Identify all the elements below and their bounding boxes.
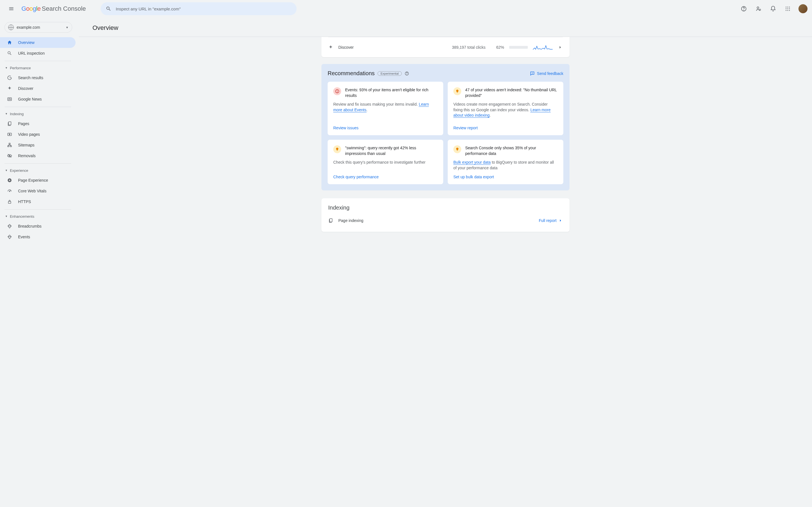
sidebar-item-pages[interactable]: Pages [0,118,75,129]
chevron-down-icon: ▼ [5,66,8,69]
help-icon[interactable] [405,71,409,76]
sidebar-item-label: HTTPS [18,200,31,204]
sidebar-item-video-pages[interactable]: Video pages [0,129,75,140]
sidebar-item-label: Events [18,235,30,239]
apps-button[interactable] [781,3,794,15]
menu-button[interactable] [4,2,18,15]
hamburger-icon [8,6,14,11]
search-input[interactable] [116,6,292,11]
main-content: Overview Discover 389,197 total clicks 6… [79,17,812,507]
chevron-right-icon [558,218,563,223]
svg-point-11 [788,10,788,11]
discover-star-icon [328,45,333,50]
section-label: Enhancements [10,214,35,219]
sparkline-icon [533,44,553,51]
sidebar-item-label: Search results [18,75,43,80]
svg-rect-23 [8,202,11,203]
help-button[interactable] [738,3,750,15]
sidebar-item-core-web-vitals[interactable]: Core Web Vitals [0,186,75,196]
recommendation-card[interactable]: "swimming": query recently got 42% less … [327,140,443,184]
reco-card-title: 47 of your videos aren't indexed: "No th… [465,87,558,98]
sidebar-section-enhancements[interactable]: ▼ Enhancements [0,212,75,221]
recommendations-grid: Events: 93% of your items aren't eligibl… [327,82,563,184]
lightbulb-icon [453,145,461,153]
discover-star-icon [7,86,12,91]
recommendation-card[interactable]: Search Console only shows 35% of your pe… [448,140,563,184]
pages-icon [328,218,333,223]
svg-point-2 [757,7,759,8]
sidebar-item-page-experience[interactable]: Page Experience [0,175,75,186]
notifications-button[interactable] [767,3,779,15]
dropdown-caret-icon: ▼ [66,26,68,29]
sidebar-item-sitemaps[interactable]: Sitemaps [0,140,75,151]
page-indexing-row[interactable]: Page indexing Full report [328,214,563,227]
recommendation-card[interactable]: 47 of your videos aren't indexed: "No th… [448,82,563,135]
sidebar-item-google-news[interactable]: Google News [0,94,75,105]
diamond-icon [7,234,12,239]
reco-action-link[interactable]: Review report [453,126,558,130]
sidebar-section-indexing[interactable]: ▼ Indexing [0,109,75,118]
chevron-down-icon: ▼ [5,169,8,172]
search-console-text: Search Console [42,5,86,12]
chevron-right-icon [558,45,563,50]
sidebar: example.com ▼ Overview URL inspection ▼ … [0,17,79,507]
sidebar-item-events[interactable]: Events [0,231,75,242]
divider [4,163,71,164]
recommendation-card[interactable]: Events: 93% of your items aren't eligibl… [327,82,443,135]
sidebar-item-label: Page Experience [18,178,48,182]
logo[interactable]: Google Search Console [21,5,86,12]
sidebar-section-performance[interactable]: ▼ Performance [0,63,75,72]
globe-icon [8,24,14,30]
svg-rect-14 [10,99,11,100]
home-icon [7,40,12,45]
full-report-link[interactable]: Full report [539,218,563,223]
bell-icon [770,6,776,12]
reco-action-link[interactable]: Set up bulk data export [453,175,558,179]
visibility-off-icon [7,153,12,158]
discover-clicks: 389,197 total clicks [452,45,486,50]
reco-card-body: Check this query's performance to invest… [333,160,438,165]
sidebar-item-overview[interactable]: Overview [0,37,75,48]
sidebar-section-experience[interactable]: ▼ Experience [0,166,75,175]
reco-card-title: Search Console only shows 35% of your pe… [465,145,558,156]
discover-row[interactable]: Discover 389,197 total clicks 62% [328,37,563,57]
header-actions [738,3,808,15]
property-selector[interactable]: example.com ▼ [4,22,72,33]
pages-icon [7,121,12,126]
help-icon [741,6,747,12]
sidebar-item-label: Discover [18,86,33,91]
svg-point-9 [789,8,790,9]
reco-card-body: Videos create more engagement on Search.… [453,102,558,118]
sidebar-item-https[interactable]: HTTPS [0,196,75,207]
sidebar-item-search-results[interactable]: Search results [0,72,75,83]
sidebar-item-removals[interactable]: Removals [0,151,75,161]
sidebar-item-label: Sitemaps [18,143,35,147]
error-icon [333,87,341,95]
recommendations-title: Recommendations [327,70,375,76]
performance-card: Discover 389,197 total clicks 62% [321,37,569,57]
reco-card-title: "swimming": query recently got 42% less … [345,145,438,156]
indexing-title: Indexing [328,205,563,211]
sidebar-item-discover[interactable]: Discover [0,83,75,94]
reco-action-link[interactable]: Review issues [333,126,438,130]
svg-point-4 [786,7,786,8]
bulk-export-link[interactable]: Bulk export your data [453,160,491,165]
users-button[interactable] [752,3,765,15]
sidebar-item-label: Breadcrumbs [18,224,42,228]
section-label: Experience [10,168,28,173]
svg-point-22 [9,191,10,191]
section-label: Performance [10,66,31,70]
sidebar-item-url-inspection[interactable]: URL inspection [0,48,75,59]
url-inspect-search[interactable] [101,2,297,15]
account-avatar[interactable] [799,4,808,13]
user-settings-icon [755,6,762,12]
sidebar-item-breadcrumbs[interactable]: Breadcrumbs [0,221,75,231]
google-g-icon [7,75,12,80]
indexing-card: Indexing Page indexing Full report [321,198,569,232]
send-feedback-link[interactable]: Send feedback [530,71,563,76]
discover-progress [509,46,528,49]
reco-action-link[interactable]: Check query performance [333,175,438,179]
svg-point-7 [786,8,786,9]
search-icon [7,51,12,56]
reco-card-title: Events: 93% of your items aren't eligibl… [345,87,438,98]
